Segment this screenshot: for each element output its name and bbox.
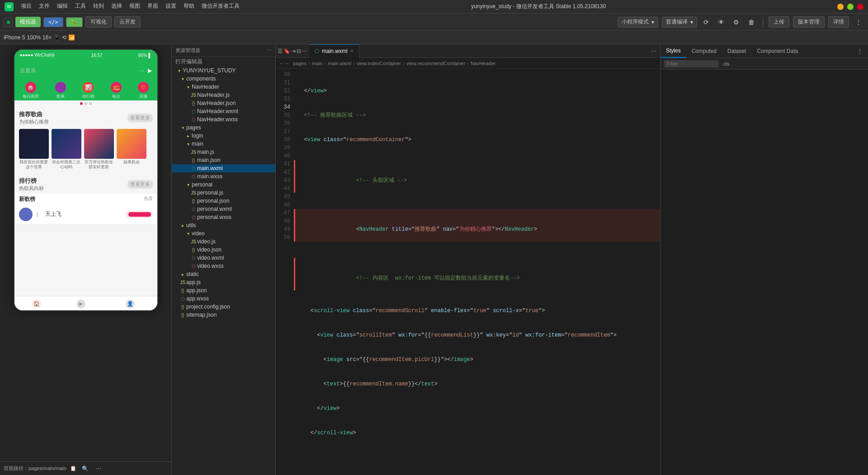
menu-item-view[interactable]: 视图 — [129, 2, 140, 11]
recommend-see-more[interactable]: 查看更多 — [127, 114, 153, 122]
tree-utils[interactable]: ▸ utils — [172, 221, 275, 229]
menu-item-project[interactable]: 项目 — [21, 2, 32, 11]
menu-item-goto[interactable]: 转到 — [93, 2, 104, 11]
search-icon[interactable]: ··· — [139, 67, 144, 74]
tree-main-wxml[interactable]: ⬡ main.wxml — [172, 164, 275, 172]
right-tab-component-data[interactable]: Component Data — [751, 44, 803, 58]
simulator-icon[interactable]: ▣ — [4, 18, 13, 27]
code-content[interactable]: 30 31 32 33 34 35 36 37 38 39 40 41 42 4… — [276, 69, 660, 475]
bottom-nav-video[interactable]: ▶ 视频 — [76, 299, 85, 312]
right-more-icon[interactable]: ⋮ — [855, 47, 864, 55]
breadcrumb-forward-icon[interactable]: → — [284, 61, 289, 66]
more-button[interactable]: ⋮ — [853, 17, 864, 27]
tree-main-wxss[interactable]: ⬡ main.wxss — [172, 172, 275, 180]
nav-radio[interactable]: 📻 电台 — [111, 82, 122, 100]
bookmark-icon[interactable]: 🔖 — [283, 48, 290, 54]
path-copy-icon[interactable]: 📋 — [70, 466, 76, 471]
tree-navheader[interactable]: ▾ NavHeader — [172, 83, 275, 91]
preview-button[interactable]: 👁 — [715, 17, 727, 27]
inspect-icon[interactable]: 🔍 — [80, 465, 90, 473]
tree-video-wxss[interactable]: ⬡ video.wxss — [172, 262, 275, 270]
tree-app-js[interactable]: JS app.js — [172, 278, 275, 286]
step-icon[interactable]: ⇥ — [291, 48, 296, 54]
menu-item-edit[interactable]: 编辑 — [57, 2, 68, 11]
nav-playlist[interactable]: 🎵 歌单 — [55, 82, 66, 100]
tree-navheader-json[interactable]: {} NavHeader.json — [172, 99, 275, 107]
collapse-icon[interactable]: ☰ — [278, 48, 283, 54]
menu-item-select[interactable]: 选择 — [111, 2, 122, 11]
tree-root[interactable]: ▾ YUNYINYUE_STUDY — [172, 66, 275, 75]
menu-item-help[interactable]: 帮助 — [184, 2, 194, 11]
refresh-button[interactable]: ⟳ — [701, 17, 712, 27]
menu-item-file[interactable]: 文件 — [39, 2, 50, 11]
rotate-icon[interactable]: ⟲ — [62, 34, 66, 41]
tree-navheader-wxss[interactable]: ⬡ NavHeader.wxss — [172, 115, 275, 124]
more-options-icon[interactable]: ⋯ — [94, 465, 103, 473]
nav-live[interactable]: 🔴 直播 — [138, 82, 149, 100]
split-icon[interactable]: ⊟ — [297, 48, 301, 54]
tree-app-json[interactable]: {} app.json — [172, 286, 275, 294]
tree-sitemap[interactable]: {} sitemap.json — [172, 311, 275, 319]
compile-selector[interactable]: 普通编译 ▾ — [662, 17, 697, 28]
tree-navheader-js[interactable]: JS NavHeader.js — [172, 91, 275, 99]
robot-button[interactable]: ⚙ — [731, 17, 742, 27]
tree-app-wxss[interactable]: ⬡ app.wxss — [172, 294, 275, 303]
filter-input[interactable] — [664, 60, 718, 67]
tree-main-js[interactable]: JS main.js — [172, 148, 275, 156]
recommend-item-3[interactable]: 百万评论热歌全部实时更新 — [84, 129, 114, 170]
menu-item-interface[interactable]: 界面 — [147, 2, 158, 11]
tree-video-json[interactable]: {} video.json — [172, 246, 275, 254]
visualize-button[interactable]: 可视化 — [85, 16, 112, 28]
song-item-1[interactable]: 1 天上飞 — [14, 205, 157, 224]
breadcrumb-back-icon[interactable]: ← — [279, 61, 284, 66]
version-mgr-button[interactable]: 版本管理 — [793, 16, 825, 28]
tree-static[interactable]: ▸ static — [172, 270, 275, 278]
simulator-button[interactable]: 模拟器 — [15, 17, 41, 27]
tree-video-js[interactable]: JS video.js — [172, 238, 275, 246]
open-editor-item[interactable]: 打开编辑器 — [172, 57, 275, 66]
tree-project-config[interactable]: {} project.config.json — [172, 303, 275, 311]
tree-personal-json[interactable]: {} personal.json — [172, 197, 275, 205]
menu-item-settings[interactable]: 设置 — [165, 2, 176, 11]
mode-selector[interactable]: 小程序模式 ▾ — [618, 17, 658, 28]
clear-button[interactable]: 🗑 — [745, 17, 757, 27]
menu-item-wx-tools[interactable]: 微信开发者工具 — [202, 2, 240, 11]
tree-personal[interactable]: ▾ personal — [172, 180, 275, 189]
tree-more-icon[interactable]: ⋯ — [267, 48, 272, 53]
bottom-nav-home[interactable]: 🏠 主页 — [32, 299, 41, 312]
tree-navheader-wxml[interactable]: ⬡ NavHeader.wxml — [172, 107, 275, 115]
tree-main-json[interactable]: {} main.json — [172, 156, 275, 164]
chart-see-more[interactable]: 查看更多 — [127, 180, 153, 189]
tree-components[interactable]: ▾ components — [172, 75, 275, 83]
close-button[interactable]: × — [857, 4, 863, 10]
upload-button[interactable]: 上传 — [769, 16, 789, 28]
tree-personal-wxml[interactable]: ⬡ personal.wxml — [172, 205, 275, 213]
menu-item-tools[interactable]: 工具 — [75, 2, 86, 11]
tree-video-wxml[interactable]: ⬡ video.wxml — [172, 254, 275, 262]
nav-daily[interactable]: 🏠 每日推荐 — [23, 82, 39, 100]
recommend-item-1[interactable]: 我应该比你更爱这个世界 — [19, 129, 49, 170]
recommend-item-4[interactable]: 如果机会 — [117, 129, 146, 170]
minimize-button[interactable]: — — [837, 4, 844, 10]
detail-button[interactable]: 详情 — [828, 16, 849, 28]
debugger-button[interactable]: 🐛 — [66, 17, 83, 27]
maximize-button[interactable]: □ — [847, 4, 854, 10]
cls-button[interactable]: .cls — [722, 61, 730, 66]
play-icon[interactable]: ▶ — [148, 67, 152, 74]
tree-video[interactable]: ▾ video — [172, 229, 275, 238]
tree-pages[interactable]: ▾ pages — [172, 124, 275, 132]
tab-main-wxml[interactable]: ⬡ main.wxml × — [309, 44, 359, 58]
bottom-nav-profile[interactable]: 👤 个人中心 — [121, 299, 139, 312]
editor-button[interactable]: </> — [43, 17, 63, 27]
right-tab-dataset[interactable]: Dataset — [722, 44, 751, 58]
tree-main[interactable]: ▾ main — [172, 140, 275, 148]
nav-chart[interactable]: 📊 排行榜 — [82, 82, 94, 100]
cloud-button[interactable]: 云开发 — [114, 16, 141, 28]
tree-login[interactable]: ▸ login — [172, 132, 275, 140]
tab-close-icon[interactable]: × — [350, 48, 354, 54]
tree-personal-wxss[interactable]: ⬡ personal.wxss — [172, 213, 275, 221]
more-edit-icon[interactable]: ⋯ — [302, 48, 307, 54]
editor-more-icon[interactable]: ⋯ — [651, 48, 656, 54]
recommend-item-2[interactable]: 你会对我第二次心动吗 — [52, 129, 81, 170]
tree-personal-js[interactable]: JS personal.js — [172, 189, 275, 197]
